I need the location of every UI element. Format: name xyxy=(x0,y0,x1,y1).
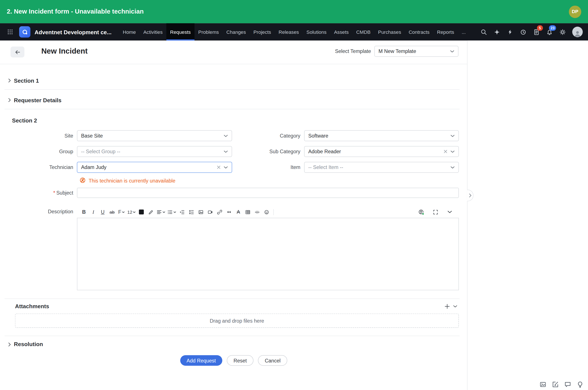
nav-tab-home[interactable]: Home xyxy=(119,23,140,41)
indent-button[interactable] xyxy=(177,207,187,217)
section-2-header: Section 2 xyxy=(12,117,37,124)
user-presence-icon xyxy=(418,209,424,215)
nav-tab-purchases[interactable]: Purchases xyxy=(374,23,405,41)
nav-tab-releases[interactable]: Releases xyxy=(275,23,303,41)
blockquote-button[interactable] xyxy=(224,207,234,217)
clear-icon[interactable] xyxy=(444,150,447,153)
user-presence-button[interactable] xyxy=(416,207,426,217)
editor-toolbar: B I U ab F 12 A xyxy=(77,206,459,218)
subcategory-select[interactable]: Adobe Reader xyxy=(304,146,459,157)
insert-image-button[interactable] xyxy=(196,207,205,217)
item-label: Item xyxy=(229,164,300,170)
requester-details-header[interactable]: Requester Details xyxy=(14,97,61,103)
nav-tab-contracts[interactable]: Contracts xyxy=(405,23,433,41)
list-button[interactable] xyxy=(166,207,177,217)
horizontal-rule-button[interactable] xyxy=(252,207,262,217)
chevron-right-icon[interactable] xyxy=(8,98,11,102)
chevron-down-icon xyxy=(450,135,455,137)
technician-select[interactable]: Adam Judy xyxy=(77,162,232,173)
insert-video-button[interactable] xyxy=(205,207,215,217)
spark-icon[interactable] xyxy=(490,23,503,41)
nav-more-button[interactable]: ... xyxy=(458,23,469,41)
nav-tab-activities[interactable]: Activities xyxy=(140,23,166,41)
line-spacing-icon xyxy=(189,209,194,215)
cancel-button[interactable]: Cancel xyxy=(258,355,287,366)
dropzone-text: Drag and drop files here xyxy=(210,318,264,324)
chevron-right-icon[interactable] xyxy=(8,342,11,346)
warning-text: This technician is currently unavailable xyxy=(89,178,175,184)
strikethrough-button[interactable]: ab xyxy=(107,207,117,217)
nav-tab-cmdb[interactable]: CMDB xyxy=(352,23,374,41)
nav-tab-problems[interactable]: Problems xyxy=(195,23,223,41)
underline-button[interactable]: U xyxy=(98,207,107,217)
font-color-button[interactable] xyxy=(137,207,146,217)
compose-icon[interactable] xyxy=(552,381,559,388)
nav-tab-changes[interactable]: Changes xyxy=(223,23,250,41)
item-select[interactable]: -- Select Item -- xyxy=(304,162,459,173)
nav-tab-requests[interactable]: Requests xyxy=(166,23,195,41)
underline-glyph: U xyxy=(101,209,105,215)
add-request-button[interactable]: Add Request xyxy=(180,355,222,366)
bulb-icon[interactable] xyxy=(577,381,584,388)
resolution-header[interactable]: Resolution xyxy=(14,341,43,347)
nav-tab-solutions[interactable]: Solutions xyxy=(303,23,330,41)
approvals-icon[interactable]: 5 xyxy=(530,23,543,41)
subject-label-text: Subject xyxy=(56,190,73,196)
highlight-button[interactable] xyxy=(146,207,156,217)
file-dropzone[interactable]: Drag and drop files here xyxy=(15,314,459,328)
chat-icon[interactable] xyxy=(564,381,571,388)
template-dropdown[interactable]: M New Template xyxy=(374,46,458,57)
divider xyxy=(4,336,459,336)
notifications-bell-icon[interactable]: 23 xyxy=(543,23,556,41)
collapse-attachments-icon[interactable] xyxy=(453,305,457,307)
category-select[interactable]: Software xyxy=(304,130,459,141)
chevron-right-icon xyxy=(469,193,472,197)
app-title: Adventnet Development ce... xyxy=(35,29,112,35)
settings-gear-icon[interactable] xyxy=(556,23,569,41)
group-select[interactable]: -- Select Group -- xyxy=(77,146,232,157)
pen-icon xyxy=(148,209,153,215)
bold-button[interactable]: B xyxy=(79,207,89,217)
nav-tab-assets[interactable]: Assets xyxy=(330,23,352,41)
line-spacing-button[interactable] xyxy=(187,207,196,217)
italic-button[interactable]: I xyxy=(89,207,98,217)
align-icon xyxy=(157,209,162,215)
reset-button[interactable]: Reset xyxy=(227,355,253,366)
back-button[interactable] xyxy=(10,47,25,57)
category-label: Category xyxy=(229,133,300,139)
apps-grid-icon[interactable] xyxy=(4,23,16,41)
table-icon xyxy=(245,209,250,215)
nav-tabs: Home Activities Requests Problems Change… xyxy=(119,23,469,41)
nav-tab-projects[interactable]: Projects xyxy=(250,23,275,41)
site-select[interactable]: Base Site xyxy=(77,130,232,141)
brand-logo[interactable] xyxy=(19,26,30,38)
fullscreen-button[interactable] xyxy=(431,207,440,217)
bolt-icon[interactable] xyxy=(503,23,517,41)
insert-link-button[interactable] xyxy=(215,207,225,217)
italic-glyph: I xyxy=(93,209,94,215)
chevron-right-icon[interactable] xyxy=(8,79,11,83)
add-attachment-icon[interactable] xyxy=(445,304,450,309)
font-size-button[interactable]: 12 xyxy=(126,207,137,217)
nav-icon-cluster: 5 23 xyxy=(477,23,585,41)
banner-avatar[interactable]: DP xyxy=(569,5,581,18)
profile-avatar[interactable] xyxy=(572,27,583,37)
panel-expander-button[interactable] xyxy=(467,190,474,201)
gallery-icon[interactable] xyxy=(539,381,546,388)
clear-format-button[interactable]: A xyxy=(234,207,243,217)
insert-table-button[interactable] xyxy=(243,207,252,217)
subject-input[interactable] xyxy=(77,188,459,198)
font-family-button[interactable]: F xyxy=(117,207,126,217)
nav-tab-reports[interactable]: Reports xyxy=(433,23,458,41)
image-icon xyxy=(198,209,203,215)
align-button[interactable] xyxy=(156,207,167,217)
toolbar-more-button[interactable] xyxy=(445,207,454,217)
description-editor-body[interactable] xyxy=(77,218,459,290)
clear-icon[interactable] xyxy=(217,165,220,169)
section-1-header[interactable]: Section 1 xyxy=(14,77,39,84)
font-color-icon xyxy=(139,209,144,214)
history-icon[interactable] xyxy=(517,23,530,41)
emoji-button[interactable] xyxy=(262,207,271,217)
search-icon[interactable] xyxy=(477,23,490,41)
site-label: Site xyxy=(0,133,73,139)
